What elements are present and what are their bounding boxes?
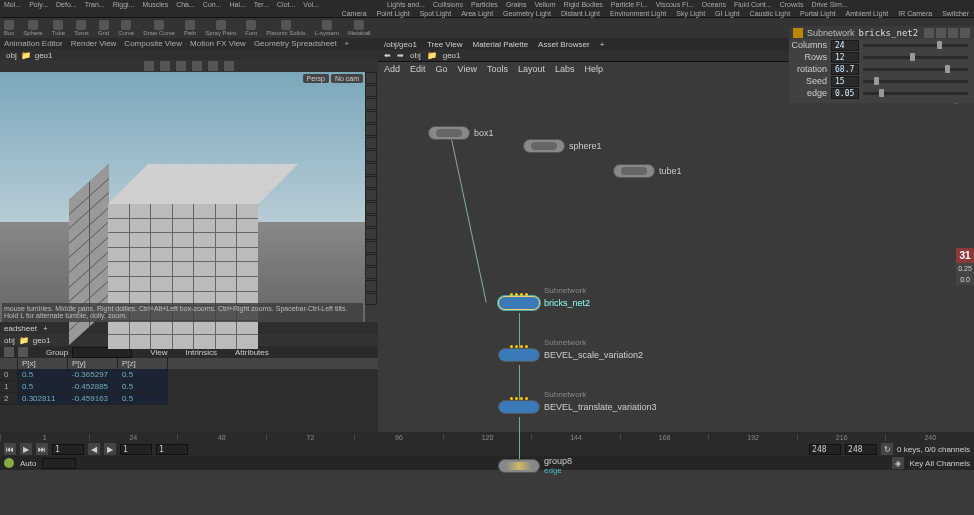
menu-item[interactable]: Drive Sim...: [807, 0, 851, 9]
param-slider[interactable]: [863, 80, 968, 83]
crumb-obj[interactable]: obj: [410, 51, 421, 60]
menu-item[interactable]: Vol...: [299, 0, 323, 9]
menu-edit[interactable]: Edit: [410, 64, 426, 74]
tab-geometry-spreadsheet[interactable]: Geometry Spreadsheet: [254, 38, 337, 50]
param-value-input[interactable]: 12: [831, 52, 859, 63]
measure-icon[interactable]: [365, 215, 377, 227]
shelf-cat[interactable]: GI Light: [710, 9, 745, 17]
menu-item[interactable]: Con...: [199, 0, 226, 9]
tool-drawcurve[interactable]: Draw Curve: [139, 19, 179, 37]
param-slider[interactable]: [863, 68, 968, 71]
param-value-input[interactable]: 68.7: [831, 64, 859, 75]
menu-tools[interactable]: Tools: [487, 64, 508, 74]
tab-tree-view[interactable]: Tree View: [427, 40, 463, 49]
menu-item[interactable]: Vellum: [531, 0, 560, 9]
shelf-cat[interactable]: Environment Light: [605, 9, 671, 17]
tool-grid[interactable]: Grid: [94, 19, 113, 37]
scale-tool-icon[interactable]: [192, 61, 202, 71]
node-translate-variation[interactable]: Subnetwork BEVEL_translate_variation3: [498, 400, 657, 414]
tool-box[interactable]: Box: [0, 19, 18, 37]
tool-lsystem[interactable]: L-system: [311, 19, 343, 37]
step-back-button[interactable]: ◀: [88, 443, 100, 455]
play-button[interactable]: ▶: [20, 443, 32, 455]
menu-item[interactable]: Grains: [502, 0, 531, 9]
prims-mode-icon[interactable]: [18, 347, 28, 357]
menu-item[interactable]: Clot...: [273, 0, 299, 9]
range-cur-input[interactable]: [845, 444, 877, 455]
network-canvas[interactable]: Geometry box1 sphere1 tube1 Subnetwork b…: [378, 76, 974, 432]
menu-go[interactable]: Go: [436, 64, 448, 74]
shelf-cat[interactable]: Point Light: [372, 9, 415, 17]
param-value-input[interactable]: 24: [831, 40, 859, 51]
node-tube1[interactable]: tube1: [613, 164, 682, 178]
ghost-icon[interactable]: [365, 124, 377, 136]
help-icon[interactable]: [936, 28, 946, 38]
tab-add[interactable]: +: [345, 38, 350, 50]
menu-add[interactable]: Add: [384, 64, 400, 74]
view-tool-icon[interactable]: [224, 61, 234, 71]
select-tool-icon[interactable]: [144, 61, 154, 71]
menu-item[interactable]: Oceans: [698, 0, 730, 9]
tool-curve[interactable]: Curve: [114, 19, 138, 37]
tool-font[interactable]: Font: [241, 19, 261, 37]
menu-item[interactable]: Lights and...: [383, 0, 429, 9]
tool-path[interactable]: Path: [180, 19, 200, 37]
shelf-cat[interactable]: IR Camera: [893, 9, 937, 17]
menu-help[interactable]: Help: [584, 64, 603, 74]
scene-viewport[interactable]: Persp No cam mouse tumbles. Middle pans.…: [0, 72, 365, 322]
node-sphere1[interactable]: sphere1: [523, 139, 602, 153]
timeline[interactable]: 124487296120144168192216240: [0, 432, 974, 442]
tab-add[interactable]: +: [43, 324, 48, 333]
pin-icon[interactable]: [960, 28, 970, 38]
keyframe-icon[interactable]: ◈: [892, 457, 904, 469]
light-icon[interactable]: [365, 137, 377, 149]
tool-platonic[interactable]: Platonic Solids: [262, 19, 309, 37]
menu-item[interactable]: Defo...: [52, 0, 81, 9]
col-px[interactable]: P[x]: [18, 358, 68, 369]
node-bricks-net2[interactable]: Subnetwork bricks_net2: [498, 296, 590, 310]
grid-toggle-icon[interactable]: [365, 163, 377, 175]
home-icon[interactable]: [365, 72, 377, 84]
step-fwd-button[interactable]: ▶: [104, 443, 116, 455]
menu-item[interactable]: Particles: [467, 0, 502, 9]
shelf-cat[interactable]: Caustic Light: [745, 9, 795, 17]
menu-view[interactable]: View: [458, 64, 477, 74]
crumb-obj[interactable]: obj: [4, 336, 15, 345]
tab-asset-browser[interactable]: Asset Browser: [538, 40, 590, 49]
menu-item[interactable]: Viscous Fl...: [652, 0, 698, 9]
gear-icon[interactable]: [365, 280, 377, 292]
gear-icon[interactable]: [924, 28, 934, 38]
table-row[interactable]: 10.5-0.4528850.5: [0, 381, 378, 393]
move-tool-icon[interactable]: [160, 61, 170, 71]
param-slider[interactable]: [863, 92, 968, 95]
tab-obj-geo1[interactable]: /obj/geo1: [384, 40, 417, 49]
crumb-geo1[interactable]: geo1: [35, 51, 53, 60]
range-end-input[interactable]: [809, 444, 841, 455]
menu-item[interactable]: Mol...: [0, 0, 25, 9]
points-mode-icon[interactable]: [4, 347, 14, 357]
param-value-input[interactable]: 0.05: [831, 88, 859, 99]
range-start2-input[interactable]: [156, 444, 188, 455]
tab-motionfx-view[interactable]: Motion FX View: [190, 38, 246, 50]
param-node-name[interactable]: bricks_net2: [859, 28, 919, 38]
menu-item[interactable]: Tran...: [81, 0, 109, 9]
menu-item[interactable]: Poly...: [25, 0, 52, 9]
camera-icon[interactable]: [365, 176, 377, 188]
tab-composite-view[interactable]: Composite View: [124, 38, 182, 50]
menu-item[interactable]: Collisions: [429, 0, 467, 9]
search-icon[interactable]: [948, 28, 958, 38]
crumb-geo1[interactable]: geo1: [443, 51, 461, 60]
menu-item[interactable]: Riggi...: [109, 0, 139, 9]
shelf-cat[interactable]: Portal Light: [795, 9, 840, 17]
shelf-cat[interactable]: Camera: [337, 9, 372, 17]
camera-nocam-dropdown[interactable]: No cam: [331, 74, 363, 83]
param-slider[interactable]: [863, 56, 968, 59]
more-icon[interactable]: [365, 293, 377, 305]
status-input[interactable]: [42, 458, 76, 469]
wireframe-icon[interactable]: [365, 111, 377, 123]
tool-metaball[interactable]: Metaball: [344, 19, 375, 37]
film-icon[interactable]: [365, 189, 377, 201]
table-row[interactable]: 20.302811-0.4591630.5: [0, 393, 378, 405]
range-start-input[interactable]: [120, 444, 152, 455]
shelf-cat[interactable]: Distant Light: [556, 9, 605, 17]
